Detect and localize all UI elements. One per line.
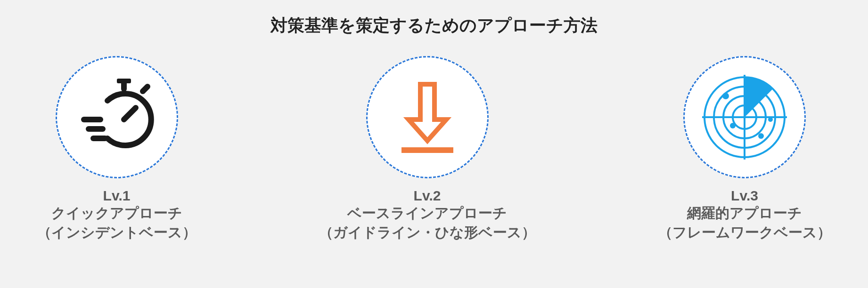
approach-3-base: （フレームワークベース） [658, 223, 831, 242]
approach-2-circle [366, 56, 489, 178]
approach-3: Lv.3 網羅的アプローチ （フレームワークベース） [658, 56, 831, 242]
approach-1-base: （インシデントベース） [37, 223, 197, 242]
approach-1-name: クイックアプローチ [51, 204, 182, 223]
download-arrow-icon [390, 75, 465, 160]
radar-icon [697, 70, 792, 164]
approach-3-circle [683, 56, 806, 178]
svg-line-2 [143, 87, 147, 91]
svg-line-3 [124, 108, 136, 120]
approach-2: Lv.2 ベースラインアプローチ （ガイドライン・ひな形ベース） [319, 56, 536, 242]
approaches-row: Lv.1 クイックアプローチ （インシデントベース） Lv.2 ベースラインアプ… [37, 56, 831, 242]
stopwatch-speed-icon [74, 75, 159, 160]
svg-point-15 [730, 123, 736, 128]
approach-3-level: Lv.3 [731, 188, 758, 204]
svg-point-14 [722, 93, 729, 99]
page-title: 対策基準を策定するためのアプローチ方法 [270, 14, 598, 37]
approach-1: Lv.1 クイックアプローチ （インシデントベース） [37, 56, 197, 242]
svg-point-16 [758, 133, 764, 139]
approach-2-name: ベースラインアプローチ [347, 204, 507, 223]
approach-1-circle [56, 56, 178, 178]
approach-2-level: Lv.2 [414, 188, 441, 204]
approach-3-name: 網羅的アプローチ [687, 204, 802, 223]
svg-point-17 [768, 117, 773, 122]
approach-2-base: （ガイドライン・ひな形ベース） [319, 223, 536, 242]
approach-1-level: Lv.1 [103, 188, 131, 204]
